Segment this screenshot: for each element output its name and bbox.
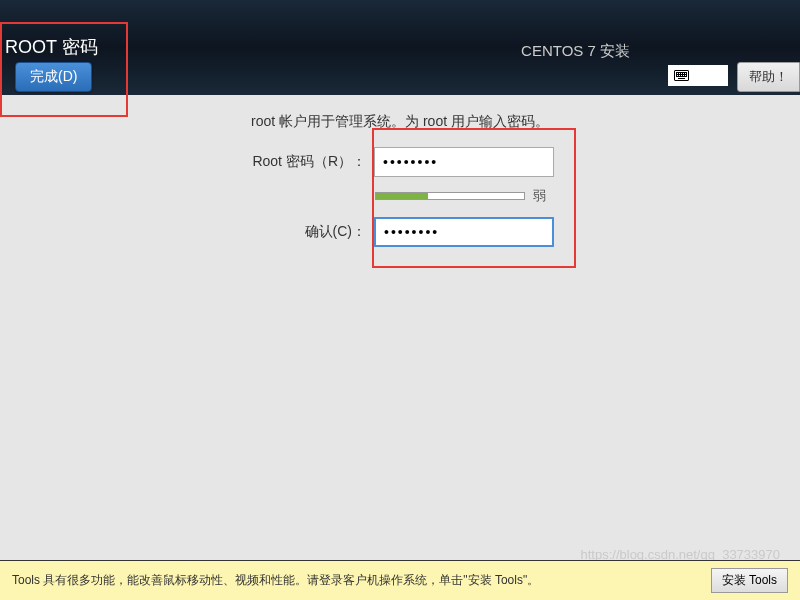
confirm-label: 确认(C)： xyxy=(246,223,366,241)
confirm-password-input[interactable] xyxy=(374,217,554,247)
keyboard-layout-label: cn xyxy=(693,68,707,83)
password-strength-bar xyxy=(375,192,525,200)
strength-row: 弱 xyxy=(40,187,760,205)
confirm-row: 确认(C)： xyxy=(40,217,760,247)
password-strength-text: 弱 xyxy=(533,187,553,205)
keyboard-icon xyxy=(674,70,689,81)
page-title: ROOT 密码 xyxy=(5,35,98,59)
main-content: root 帐户用于管理系统。为 root 用户输入密码。 Root 密码（R）：… xyxy=(0,95,800,275)
vmware-tools-bar: Tools 具有很多功能，能改善鼠标移动性、视频和性能。请登录客户机操作系统，单… xyxy=(0,560,800,600)
root-password-input[interactable] xyxy=(374,147,554,177)
installer-title: CENTOS 7 安装 xyxy=(521,42,630,61)
installer-header: ROOT 密码 完成(D) CENTOS 7 安装 cn 帮助！ xyxy=(0,0,800,95)
keyboard-layout-indicator[interactable]: cn xyxy=(668,65,728,86)
install-tools-button[interactable]: 安装 Tools xyxy=(711,568,788,593)
instruction-text: root 帐户用于管理系统。为 root 用户输入密码。 xyxy=(40,113,760,131)
tools-message: Tools 具有很多功能，能改善鼠标移动性、视频和性能。请登录客户机操作系统，单… xyxy=(12,572,539,589)
help-button[interactable]: 帮助！ xyxy=(737,62,800,92)
password-strength-fill xyxy=(376,193,428,199)
done-button[interactable]: 完成(D) xyxy=(15,62,92,92)
password-row: Root 密码（R）： xyxy=(40,147,760,177)
password-label: Root 密码（R）： xyxy=(246,153,366,171)
